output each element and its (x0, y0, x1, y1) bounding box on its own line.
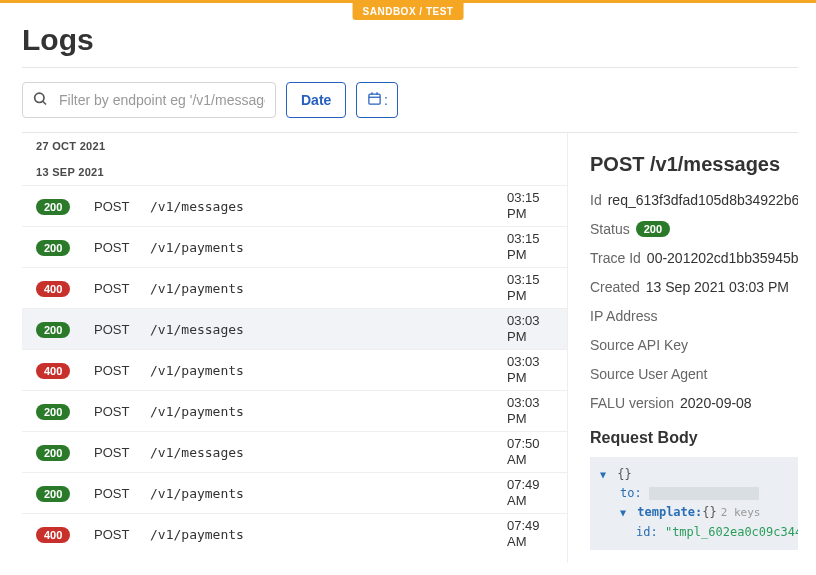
status-badge: 200 (36, 486, 70, 502)
label-id: Id (590, 192, 602, 208)
log-method: POST (94, 527, 150, 542)
status-badge: 200 (36, 322, 70, 338)
json-viewer[interactable]: ▼ {} to: ▼ template:{}2 keys id: "tmpl_6… (590, 457, 798, 550)
log-endpoint: /v1/payments (150, 404, 507, 419)
log-row[interactable]: 200POST/v1/messages03:15 PM (22, 185, 567, 226)
log-endpoint: /v1/payments (150, 527, 507, 542)
logs-list[interactable]: 27 OCT 202113 SEP 2021200POST/v1/message… (22, 133, 567, 563)
log-time: 03:03 PM (507, 354, 553, 385)
value-id: req_613f3dfad105d8b34922b6b4 (608, 192, 798, 208)
log-time: 07:49 AM (507, 477, 553, 508)
log-method: POST (94, 363, 150, 378)
log-endpoint: /v1/payments (150, 281, 507, 296)
json-val-id: "tmpl_602ea0c09c344a4ec622508b" (665, 525, 798, 539)
top-accent-bar: SANDBOX / TEST (0, 0, 816, 3)
search-wrap (22, 82, 276, 118)
json-key-to: to: (620, 486, 642, 500)
log-row[interactable]: 400POST/v1/payments03:15 PM (22, 267, 567, 308)
label-status: Status (590, 221, 630, 237)
label-trace: Trace Id (590, 250, 641, 266)
svg-point-0 (35, 93, 44, 102)
redacted-value (649, 487, 759, 500)
log-method: POST (94, 486, 150, 501)
status-badge: 400 (36, 363, 70, 379)
status-badge: 200 (636, 221, 670, 237)
search-icon (32, 91, 48, 110)
status-badge: 400 (36, 281, 70, 297)
sandbox-badge: SANDBOX / TEST (353, 3, 464, 20)
status-badge: 200 (36, 199, 70, 215)
log-method: POST (94, 240, 150, 255)
log-row[interactable]: 200POST/v1/messages07:50 AM (22, 431, 567, 472)
value-trace: 00-201202cd1bb35945bc95fb0f94 (647, 250, 798, 266)
log-time: 03:15 PM (507, 190, 553, 221)
detail-title: POST /v1/messages (590, 153, 798, 176)
status-badge: 200 (36, 404, 70, 420)
log-endpoint: /v1/messages (150, 322, 507, 337)
caret-down-icon[interactable]: ▼ (600, 467, 610, 483)
date-header: 13 SEP 2021 (22, 159, 567, 185)
log-method: POST (94, 404, 150, 419)
status-badge: 200 (36, 240, 70, 256)
label-version: FALU version (590, 395, 674, 411)
detail-panel: POST /v1/messages Idreq_613f3dfad105d8b3… (567, 133, 798, 563)
svg-line-1 (43, 102, 46, 105)
log-row[interactable]: 200POST/v1/payments03:03 PM (22, 390, 567, 431)
log-time: 03:15 PM (507, 231, 553, 262)
status-badge: 200 (36, 445, 70, 461)
log-endpoint: /v1/payments (150, 486, 507, 501)
page-title: Logs (22, 23, 798, 57)
value-created: 13 Sep 2021 03:03 PM (646, 279, 789, 295)
calendar-button[interactable]: : (356, 82, 398, 118)
calendar-icon (367, 91, 382, 109)
status-badge: 400 (36, 527, 70, 543)
log-time: 07:50 AM (507, 436, 553, 467)
log-row[interactable]: 400POST/v1/payments07:49 AM (22, 513, 567, 554)
log-row[interactable]: 200POST/v1/payments03:15 PM (22, 226, 567, 267)
log-endpoint: /v1/payments (150, 363, 507, 378)
label-created: Created (590, 279, 640, 295)
caret-down-icon[interactable]: ▼ (620, 505, 630, 521)
log-row[interactable]: 200POST/v1/messages03:03 PM (22, 308, 567, 349)
log-time: 03:15 PM (507, 272, 553, 303)
label-ua: Source User Agent (590, 366, 708, 382)
json-key-id: id: (636, 525, 658, 539)
json-key-count: 2 keys (721, 506, 761, 519)
search-input[interactable] (22, 82, 276, 118)
filter-bar: Date : (22, 82, 798, 118)
svg-rect-2 (369, 94, 380, 104)
log-time: 03:03 PM (507, 313, 553, 344)
log-time: 07:49 AM (507, 518, 553, 549)
request-body-header: Request Body (590, 429, 798, 447)
divider (22, 67, 798, 68)
date-button[interactable]: Date (286, 82, 346, 118)
log-row[interactable]: 400POST/v1/payments03:03 PM (22, 349, 567, 390)
log-method: POST (94, 199, 150, 214)
log-time: 03:03 PM (507, 395, 553, 426)
log-endpoint: /v1/messages (150, 199, 507, 214)
log-method: POST (94, 281, 150, 296)
log-method: POST (94, 445, 150, 460)
log-row[interactable]: 200POST/v1/payments07:49 AM (22, 472, 567, 513)
label-ip: IP Address (590, 308, 657, 324)
log-endpoint: /v1/messages (150, 445, 507, 460)
value-version: 2020-09-08 (680, 395, 752, 411)
log-method: POST (94, 322, 150, 337)
date-header: 27 OCT 2021 (22, 133, 567, 159)
json-key-template: template: (637, 505, 702, 519)
calendar-colon: : (384, 92, 388, 108)
log-endpoint: /v1/payments (150, 240, 507, 255)
label-apikey: Source API Key (590, 337, 688, 353)
